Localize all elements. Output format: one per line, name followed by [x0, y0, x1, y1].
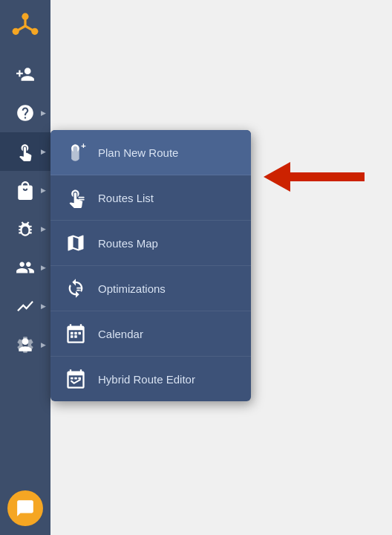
calendar-label: Calendar [98, 328, 143, 340]
hybrid-route-editor-icon [64, 367, 88, 391]
sidebar-item-add-user[interactable] [0, 55, 50, 94]
tracking-icon-wrap [12, 215, 39, 242]
routes-map-label: Routes Map [98, 237, 158, 250]
routes-list-icon [64, 186, 88, 210]
routes-chevron: ▶ [41, 148, 46, 155]
svg-rect-11 [79, 201, 83, 203]
sidebar-item-analytics[interactable]: ▶ [0, 287, 50, 325]
add-user-icon [16, 65, 35, 84]
svg-rect-9 [79, 197, 85, 198]
routes-icon-wrap [12, 138, 39, 165]
analytics-icon [16, 296, 35, 316]
hybrid-route-editor-label: Hybrid Route Editor [98, 373, 195, 386]
logo-icon [9, 10, 42, 42]
arrow-indicator [264, 162, 365, 192]
team-chevron: ▶ [41, 264, 46, 271]
plan-new-route-label: Plan New Route [98, 146, 178, 159]
svg-rect-15 [74, 332, 77, 335]
team-icon-wrap [12, 254, 39, 281]
svg-rect-16 [79, 332, 82, 335]
svg-rect-12 [76, 288, 82, 289]
orders-icon [16, 181, 35, 200]
dropdown-item-hybrid-route-editor[interactable]: Hybrid Route Editor [50, 357, 251, 401]
svg-rect-19 [71, 377, 74, 380]
analytics-icon-wrap [12, 293, 39, 320]
sidebar-item-orders[interactable]: ▶ [0, 171, 50, 210]
sidebar-bottom [7, 490, 43, 526]
svg-rect-14 [71, 332, 74, 335]
dropdown-item-calendar[interactable]: Calendar [50, 311, 251, 357]
sidebar-logo[interactable] [0, 0, 50, 52]
arrow-head [264, 162, 290, 192]
tracking-chevron: ▶ [41, 225, 46, 233]
calendar-icon [64, 322, 88, 346]
routes-map-icon [64, 231, 88, 255]
svg-rect-20 [74, 377, 77, 380]
settings-icon-wrap [12, 331, 39, 358]
orders-icon-wrap [12, 177, 39, 204]
orders-chevron: ▶ [41, 187, 46, 194]
settings-chevron: ▶ [41, 341, 46, 348]
help-chevron: ▶ [41, 109, 46, 117]
plan-new-route-icon: + [64, 140, 88, 164]
svg-text:+: + [81, 142, 86, 150]
help-icon [16, 103, 35, 123]
dropdown-item-plan-new-route[interactable]: + Plan New Route [50, 130, 251, 175]
svg-rect-21 [79, 377, 82, 380]
tracking-icon [16, 219, 35, 239]
dropdown-item-optimizations[interactable]: Optimizations [50, 266, 251, 311]
routes-list-label: Routes List [98, 192, 154, 204]
chat-icon [16, 499, 35, 518]
routes-icon [16, 142, 35, 161]
arrow-shaft [290, 172, 365, 181]
sidebar-item-settings[interactable]: ▶ [0, 325, 50, 364]
svg-rect-17 [71, 335, 74, 338]
add-user-icon-wrap [12, 61, 39, 88]
routes-dropdown-menu: + Plan New Route Routes List Routes Map [50, 130, 251, 401]
optimizations-icon [64, 276, 88, 300]
svg-rect-13 [76, 290, 80, 291]
svg-rect-10 [79, 199, 85, 201]
svg-rect-18 [74, 335, 77, 338]
sidebar-item-tracking[interactable]: ▶ [0, 210, 50, 248]
sidebar: ▶ ▶ ▶ ▶ ▶ [0, 0, 50, 535]
dropdown-item-routes-list[interactable]: Routes List [50, 175, 251, 221]
sidebar-item-team[interactable]: ▶ [0, 248, 50, 287]
optimizations-label: Optimizations [98, 282, 166, 295]
dropdown-item-routes-map[interactable]: Routes Map [50, 221, 251, 266]
analytics-chevron: ▶ [41, 302, 46, 310]
sidebar-item-routes[interactable]: ▶ [0, 132, 50, 171]
chat-button[interactable] [7, 490, 43, 526]
sidebar-item-help[interactable]: ▶ [0, 94, 50, 132]
team-icon [16, 258, 35, 277]
help-icon-wrap [12, 100, 39, 126]
settings-user-icon [16, 335, 35, 354]
